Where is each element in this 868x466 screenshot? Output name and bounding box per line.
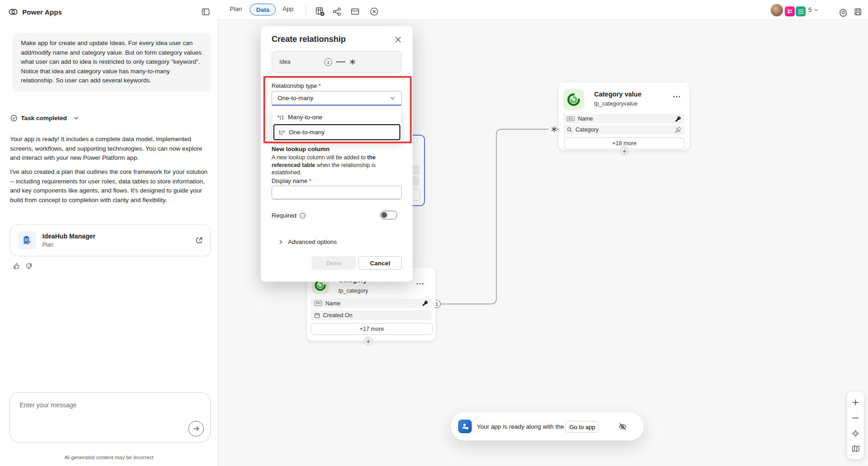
required-marker: * <box>318 82 321 89</box>
done-button[interactable]: Done <box>312 256 356 270</box>
copilot-sidebar: Power Apps Make app for create and updat… <box>0 0 218 466</box>
calendar-icon <box>314 313 320 318</box>
task-status-label: Task completed <box>21 115 67 122</box>
tab-plan[interactable]: Plan <box>230 5 242 12</box>
thumb-up-icon[interactable] <box>13 263 20 270</box>
assistant-paragraph: Your app is ready! It includes a complet… <box>10 135 211 163</box>
sidebar-header: Power Apps <box>8 5 211 18</box>
add-relationship-button[interactable]: + <box>363 336 373 346</box>
required-marker: * <box>309 177 311 184</box>
relationship-summary: Idea 1 <box>272 51 402 73</box>
dismiss-circle-icon[interactable] <box>369 6 379 16</box>
copilot-agent-icon <box>458 420 472 433</box>
chevron-down-icon <box>73 115 79 121</box>
panel-toggle-icon[interactable] <box>201 7 211 17</box>
category-value-table-card[interactable]: Category value tp_categoryvalue Abc Name… <box>559 82 689 150</box>
one-to-many-glyph: 1|* <box>278 130 285 135</box>
relationship-type-value: One-to-many <box>278 95 389 101</box>
table-row-name[interactable]: Abc Name <box>563 114 685 123</box>
eye-off-icon[interactable] <box>617 421 628 432</box>
chevron-down-icon <box>814 8 818 12</box>
create-relationship-dialog: Create relationship Idea 1 Relationship … <box>261 26 413 282</box>
option-one-to-many[interactable]: 1|* One-to-many <box>273 124 400 140</box>
required-toggle[interactable] <box>380 211 397 219</box>
more-icon[interactable] <box>673 96 680 97</box>
new-lookup-heading: New lookup column <box>272 146 330 152</box>
option-many-to-one[interactable]: *|1 Many-to-one <box>273 110 400 124</box>
many-asterisk-icon <box>552 127 559 132</box>
assistant-paragraph: I've also created a plan that outlines t… <box>10 167 211 205</box>
relationship-type-label: Relationship type <box>272 82 317 89</box>
fit-view-icon[interactable] <box>850 427 862 439</box>
map-icon[interactable] <box>850 443 862 455</box>
powerapps-logo <box>8 7 18 17</box>
user-message-bubble: Make app for create and update Ideas. Fo… <box>13 33 211 91</box>
plan-card-title: IdeaHub Manager <box>42 233 196 240</box>
table-row-name[interactable]: Abc Name <box>311 299 432 308</box>
relationship-line <box>336 61 345 62</box>
dialog-title: Create relationship <box>272 35 346 44</box>
presence-count: 5 <box>808 6 812 13</box>
table-row-createdon[interactable]: Created On <box>311 310 432 320</box>
tab-data[interactable]: Data <box>250 4 276 15</box>
chevron-right-icon <box>278 239 283 245</box>
chevron-down-icon <box>389 95 396 101</box>
app-title: Power Apps <box>22 8 62 16</box>
cancel-button[interactable]: Cancel <box>358 256 402 270</box>
save-icon[interactable] <box>853 7 863 17</box>
user-avatar[interactable] <box>771 4 783 16</box>
external-link-icon[interactable] <box>196 237 203 244</box>
many-asterisk-icon <box>349 59 356 65</box>
search-icon <box>567 127 572 132</box>
add-relationship-button[interactable]: + <box>620 146 629 156</box>
display-name-input[interactable] <box>272 186 402 199</box>
go-to-app-button[interactable]: Go to app <box>565 421 599 433</box>
relationship-type-dropdown[interactable]: One-to-many <box>272 91 402 106</box>
composer-placeholder: Enter your message <box>20 401 76 409</box>
table-title: Category value <box>594 91 641 98</box>
toast-message: Your app is ready along with the plan <box>477 423 577 430</box>
app-window: Power Apps Make app for create and updat… <box>0 0 868 466</box>
plan-card[interactable]: IdeaHub Manager Plan <box>10 224 211 256</box>
task-status[interactable]: Task completed <box>10 115 79 122</box>
text-field-icon: Abc <box>567 116 575 122</box>
advanced-options-label: Advanced options <box>288 238 337 245</box>
more-icon[interactable] <box>417 283 424 284</box>
send-button[interactable] <box>188 421 204 436</box>
show-more-columns-button[interactable]: +17 more <box>311 323 433 335</box>
table-row-category[interactable]: Category <box>563 125 685 134</box>
new-table-icon[interactable] <box>315 6 325 16</box>
close-icon[interactable] <box>394 35 403 44</box>
gear-icon[interactable] <box>838 7 848 17</box>
display-name-label: Display name <box>272 177 308 184</box>
message-composer[interactable]: Enter your message <box>9 392 211 442</box>
relationships-icon[interactable] <box>332 6 342 16</box>
thumb-down-icon[interactable] <box>25 263 33 270</box>
people-app-icon[interactable] <box>785 6 795 16</box>
table-logical-name: tp_categoryvalue <box>594 101 637 107</box>
check-circle-icon <box>10 115 17 122</box>
zoom-out-icon[interactable] <box>850 412 862 424</box>
key-slash-icon <box>675 127 681 133</box>
ai-disclaimer: AI-generated content may be incorrect <box>0 455 218 460</box>
presence-count-dropdown[interactable]: 5 <box>808 6 818 13</box>
text-field-icon: Abc <box>314 301 322 306</box>
app-ready-toast: Your app is ready along with the plan Go… <box>451 412 644 441</box>
many-to-one-glyph: *|1 <box>278 115 284 120</box>
feedback-row <box>13 263 33 270</box>
info-icon <box>299 213 306 219</box>
advanced-options-expander[interactable]: Advanced options <box>278 238 337 245</box>
waffle-app-icon[interactable] <box>796 6 806 16</box>
plan-clipboard-icon <box>18 231 36 249</box>
required-toggle-label: Required <box>272 212 297 219</box>
source-table-label: Idea <box>279 59 290 65</box>
key-icon <box>675 116 681 122</box>
zoom-in-icon[interactable] <box>850 396 862 408</box>
canvas-controls <box>847 392 864 459</box>
card-view-icon[interactable] <box>350 6 360 16</box>
toolbar-divider <box>306 5 306 15</box>
one-cardinality-label: 1 <box>435 302 438 307</box>
one-cardinality-icon: 1 <box>324 58 332 66</box>
tab-app[interactable]: App <box>283 5 293 12</box>
dataverse-table-icon <box>563 89 584 110</box>
